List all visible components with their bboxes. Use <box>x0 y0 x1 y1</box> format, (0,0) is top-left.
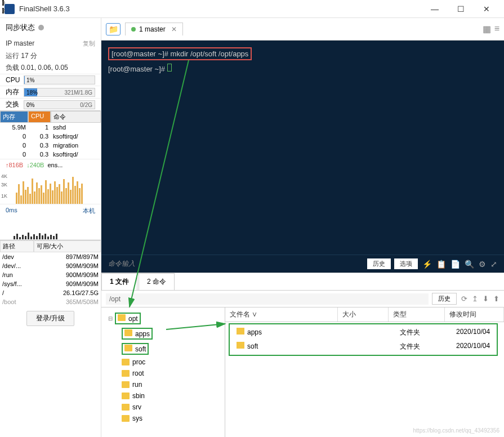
up-icon[interactable]: ↥ <box>472 295 478 303</box>
tree-node[interactable]: proc <box>104 356 222 368</box>
disk-row[interactable]: /boot365M/508M <box>0 297 101 306</box>
col-type[interactable]: 类型 <box>389 307 445 322</box>
login-upgrade-button[interactable]: 登录/升级 <box>26 311 74 326</box>
latency-row: 0ms 本机 <box>0 204 101 217</box>
command-input[interactable]: 命令输入 <box>108 259 364 269</box>
expand-icon[interactable]: ⤢ <box>490 260 497 269</box>
ip-row: IP master 复制 <box>0 37 101 50</box>
net-up: ↑816B <box>6 162 23 168</box>
sync-status-label: 同步状态 <box>6 23 35 33</box>
net-row: ↑816B ↓240B ens... <box>0 159 101 171</box>
window-title: FinalShell 3.6.3 <box>19 5 70 13</box>
tree-node-opt[interactable]: ⊟opt <box>104 311 222 326</box>
tab-files[interactable]: 1 文件 <box>101 273 137 290</box>
refresh-icon[interactable]: ⟳ <box>461 295 467 303</box>
folder-icon <box>122 370 130 377</box>
net-chart: 4K 3K 1K <box>0 171 101 204</box>
disk-header: 路径 可用/大小 <box>0 240 101 252</box>
disk-row[interactable]: /sys/f...909M/909M <box>0 279 101 288</box>
search-icon[interactable]: 🔍 <box>465 260 474 269</box>
col-size[interactable]: 大小 <box>338 307 389 322</box>
proc-row[interactable]: 5.9M1sshd <box>0 123 101 132</box>
tree-node-soft[interactable]: soft <box>104 341 222 356</box>
file-group-highlight: apps 文件夹 2020/10/04 soft 文件夹 2020/10/04 <box>229 323 498 356</box>
latency-host: 本机 <box>83 207 95 215</box>
terminal[interactable]: [root@master ~]# mkdir /opt/soft /opt/ap… <box>101 41 504 255</box>
copy-icon[interactable]: 📄 <box>451 260 460 269</box>
copy-button[interactable]: 复制 <box>83 39 95 48</box>
cursor-icon <box>167 64 172 72</box>
tree-node[interactable]: root <box>104 368 222 379</box>
folder-icon <box>124 329 132 336</box>
disk-row[interactable]: /run900M/909M <box>0 270 101 279</box>
clipboard-icon[interactable]: 📋 <box>436 260 446 269</box>
tree-node[interactable]: srv <box>104 402 222 413</box>
file-tabs: 1 文件 2 命令 <box>101 273 504 291</box>
files-panel: 1 文件 2 命令 /opt 历史 ⟳ ↥ ⬇ ⬆ ⊟opt apps soft… <box>101 273 504 437</box>
sidebar: 同步状态 IP master 复制 运行 17 分 负载 0.01, 0.06,… <box>0 18 101 437</box>
disk-row[interactable]: /dev/...909M/909M <box>0 261 101 270</box>
tab-commands[interactable]: 2 命令 <box>139 273 175 290</box>
terminal-line-highlighted: [root@master ~]# mkdir /opt/soft /opt/ap… <box>108 47 252 60</box>
file-list-header: 文件名 ∨ 大小 类型 修改时间 <box>225 307 504 322</box>
file-row[interactable]: apps 文件夹 2020/10/04 <box>232 325 494 340</box>
disk-row[interactable]: /26.1G/27.5G <box>0 288 101 297</box>
folder-icon[interactable]: 📁 <box>106 23 121 35</box>
latency-value: 0ms <box>6 207 17 215</box>
gear-icon[interactable]: ⚙ <box>479 260 486 269</box>
tree-node[interactable]: run <box>104 379 222 390</box>
path-history-button[interactable]: 历史 <box>432 293 457 305</box>
disk-hdr-size[interactable]: 可用/大小 <box>34 240 101 252</box>
bolt-icon[interactable]: ⚡ <box>422 260 432 269</box>
swap-metric: 交换 0% 0/2G <box>0 98 101 110</box>
window-controls: — ☐ ✕ <box>422 0 499 18</box>
disk-hdr-path[interactable]: 路径 <box>0 240 34 252</box>
uptime-label: 运行 17 分 <box>0 50 101 62</box>
proc-row[interactable]: 00.3migration <box>0 141 101 150</box>
collapse-icon[interactable]: ⊟ <box>108 315 114 322</box>
mem-detail: 321M/1.8G <box>65 88 92 97</box>
folder-icon <box>122 359 130 365</box>
tabbar: 📁 1 master ✕ ▦ ≡ <box>101 18 504 41</box>
path-input[interactable]: /opt <box>106 293 429 305</box>
proc-hdr-cmd[interactable]: 命令 <box>51 111 101 123</box>
mem-label: 内存 <box>6 87 24 97</box>
folder-icon <box>124 345 132 351</box>
download-icon[interactable]: ⬇ <box>483 295 489 303</box>
file-row[interactable]: soft 文件夹 2020/10/04 <box>232 340 494 354</box>
proc-hdr-mem[interactable]: 内存 <box>0 111 28 123</box>
terminal-input-bar: 命令输入 历史 选项 ⚡ 📋 📄 🔍 ⚙ ⤢ <box>101 255 504 273</box>
tree-node[interactable]: sys <box>104 413 222 424</box>
path-bar: /opt 历史 ⟳ ↥ ⬇ ⬆ <box>101 291 504 307</box>
proc-hdr-cpu[interactable]: CPU <box>28 111 51 123</box>
proc-row[interactable]: 00.3ksoftirqd/ <box>0 150 101 159</box>
proc-row[interactable]: 00.3ksoftirqd/ <box>0 132 101 141</box>
list-view-icon[interactable]: ≡ <box>494 24 499 34</box>
upload-icon[interactable]: ⬆ <box>493 295 499 303</box>
tree-node[interactable]: sbin <box>104 390 222 402</box>
status-dot-icon <box>131 27 136 32</box>
folder-icon <box>237 328 244 335</box>
options-button[interactable]: 选项 <box>394 258 418 269</box>
status-dot-icon <box>38 25 44 30</box>
tree-node-apps[interactable]: apps <box>104 326 222 341</box>
col-mtime[interactable]: 修改时间 <box>445 307 504 322</box>
load-label: 负载 0.01, 0.06, 0.05 <box>0 62 101 74</box>
swap-pct: 0% <box>26 101 34 110</box>
disk-row[interactable]: /dev897M/897M <box>0 252 101 261</box>
file-list: 文件名 ∨ 大小 类型 修改时间 apps 文件夹 2020/10/04 <box>225 307 504 437</box>
process-table: 内存 CPU 命令 5.9M1sshd 00.3ksoftirqd/ 00.3m… <box>0 110 101 159</box>
session-tab[interactable]: 1 master ✕ <box>125 23 183 35</box>
close-button[interactable]: ✕ <box>474 0 499 18</box>
minimize-button[interactable]: — <box>422 0 448 18</box>
grid-view-icon[interactable]: ▦ <box>483 24 491 34</box>
net-down: ↓240B <box>26 162 44 168</box>
watermark: https://blog.csdn.net/qq_43492356 <box>413 427 499 434</box>
history-button[interactable]: 历史 <box>367 258 391 269</box>
maximize-button[interactable]: ☐ <box>448 0 474 18</box>
view-buttons: ▦ ≡ <box>483 24 499 34</box>
folder-icon <box>122 415 130 422</box>
col-name[interactable]: 文件名 ∨ <box>225 307 338 322</box>
close-tab-icon[interactable]: ✕ <box>171 25 177 33</box>
swap-detail: 0/2G <box>80 101 92 110</box>
